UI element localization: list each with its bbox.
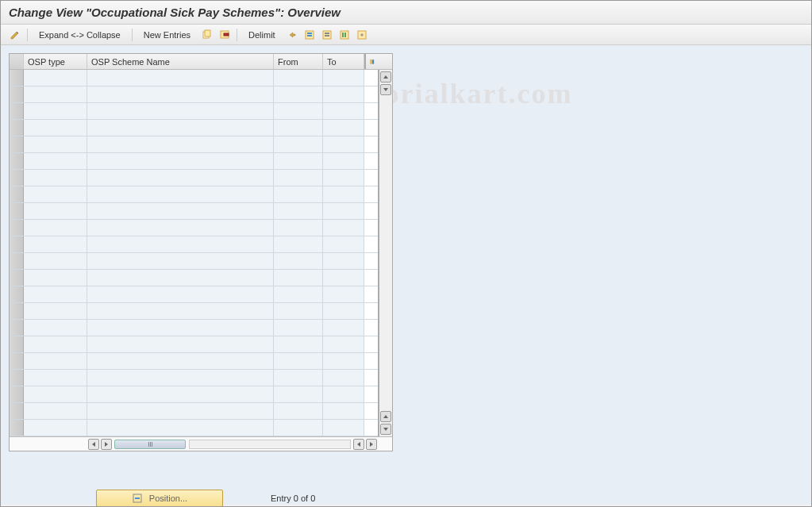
scroll-down-icon[interactable] bbox=[380, 84, 391, 95]
cell-to[interactable] bbox=[323, 403, 364, 419]
row-selector[interactable] bbox=[10, 353, 24, 369]
cell-to[interactable] bbox=[323, 203, 364, 219]
cell-to[interactable] bbox=[323, 286, 364, 302]
cell-from[interactable] bbox=[274, 403, 323, 419]
cell-osp-scheme-name[interactable] bbox=[87, 253, 274, 269]
cell-from[interactable] bbox=[274, 120, 323, 136]
cell-osp-scheme-name[interactable] bbox=[87, 370, 274, 386]
cell-osp-type[interactable] bbox=[24, 220, 87, 236]
cell-osp-type[interactable] bbox=[24, 70, 87, 86]
scroll-left-icon[interactable] bbox=[88, 439, 99, 450]
cell-osp-scheme-name[interactable] bbox=[87, 236, 274, 252]
row-selector[interactable] bbox=[10, 386, 24, 402]
cell-osp-type[interactable] bbox=[24, 170, 87, 186]
cell-to[interactable] bbox=[323, 120, 364, 136]
cell-to[interactable] bbox=[323, 86, 364, 102]
cell-osp-scheme-name[interactable] bbox=[87, 420, 274, 436]
cell-osp-type[interactable] bbox=[24, 286, 87, 302]
table-config-icon[interactable] bbox=[364, 54, 379, 69]
column-header-to[interactable]: To bbox=[323, 54, 364, 69]
cell-to[interactable] bbox=[323, 186, 364, 202]
row-selector[interactable] bbox=[10, 103, 24, 119]
row-selector[interactable] bbox=[10, 203, 24, 219]
cell-to[interactable] bbox=[323, 153, 364, 169]
cell-osp-scheme-name[interactable] bbox=[87, 203, 274, 219]
cell-osp-scheme-name[interactable] bbox=[87, 153, 274, 169]
cell-from[interactable] bbox=[274, 70, 323, 86]
cell-to[interactable] bbox=[323, 386, 364, 402]
cell-osp-type[interactable] bbox=[24, 336, 87, 352]
cell-osp-type[interactable] bbox=[24, 270, 87, 286]
cell-from[interactable] bbox=[274, 286, 323, 302]
scroll-right-icon[interactable] bbox=[101, 439, 112, 450]
cell-to[interactable] bbox=[323, 320, 364, 336]
cell-from[interactable] bbox=[274, 303, 323, 319]
cell-osp-type[interactable] bbox=[24, 303, 87, 319]
cell-to[interactable] bbox=[323, 236, 364, 252]
column-header-osp-type[interactable]: OSP type bbox=[24, 54, 87, 69]
cell-osp-type[interactable] bbox=[24, 103, 87, 119]
cell-osp-scheme-name[interactable] bbox=[87, 270, 274, 286]
cell-to[interactable] bbox=[323, 336, 364, 352]
column-header-from[interactable]: From bbox=[274, 54, 323, 69]
row-selector[interactable] bbox=[10, 420, 24, 436]
cell-from[interactable] bbox=[274, 153, 323, 169]
cell-to[interactable] bbox=[323, 420, 364, 436]
cell-from[interactable] bbox=[274, 236, 323, 252]
scroll-up-icon[interactable] bbox=[380, 71, 391, 83]
cell-to[interactable] bbox=[323, 370, 364, 386]
cell-osp-scheme-name[interactable] bbox=[87, 386, 274, 402]
row-selector[interactable] bbox=[10, 403, 24, 419]
cell-osp-type[interactable] bbox=[24, 136, 87, 152]
cell-to[interactable] bbox=[323, 220, 364, 236]
cell-osp-scheme-name[interactable] bbox=[87, 353, 274, 369]
cell-osp-scheme-name[interactable] bbox=[87, 103, 274, 119]
vertical-scrollbar[interactable] bbox=[378, 70, 392, 436]
scroll-left-icon[interactable] bbox=[353, 439, 364, 450]
deselect-all-icon[interactable] bbox=[319, 27, 335, 43]
cell-osp-type[interactable] bbox=[24, 236, 87, 252]
cell-to[interactable] bbox=[323, 353, 364, 369]
row-selector[interactable] bbox=[10, 153, 24, 169]
change-icon[interactable] bbox=[7, 27, 23, 43]
scroll-up-icon[interactable] bbox=[380, 411, 391, 422]
new-entries-button[interactable]: New Entries bbox=[137, 28, 198, 42]
cell-osp-scheme-name[interactable] bbox=[87, 170, 274, 186]
cell-from[interactable] bbox=[274, 220, 323, 236]
undo-icon[interactable] bbox=[284, 27, 300, 43]
row-selector[interactable] bbox=[10, 220, 24, 236]
scroll-track[interactable] bbox=[189, 440, 351, 449]
position-button[interactable]: Position... bbox=[96, 490, 223, 507]
delimit-button[interactable]: Delimit bbox=[241, 28, 283, 42]
cell-from[interactable] bbox=[274, 386, 323, 402]
row-selector[interactable] bbox=[10, 336, 24, 352]
cell-osp-type[interactable] bbox=[24, 186, 87, 202]
copy-icon[interactable] bbox=[199, 27, 215, 43]
row-selector[interactable] bbox=[10, 170, 24, 186]
delete-icon[interactable] bbox=[217, 27, 233, 43]
cell-osp-scheme-name[interactable] bbox=[87, 336, 274, 352]
row-selector[interactable] bbox=[10, 136, 24, 152]
cell-osp-type[interactable] bbox=[24, 370, 87, 386]
cell-from[interactable] bbox=[274, 86, 323, 102]
row-selector[interactable] bbox=[10, 286, 24, 302]
cell-osp-scheme-name[interactable] bbox=[87, 320, 274, 336]
cell-to[interactable] bbox=[323, 170, 364, 186]
row-selector[interactable] bbox=[10, 70, 24, 86]
cell-osp-scheme-name[interactable] bbox=[87, 70, 274, 86]
cell-from[interactable] bbox=[274, 320, 323, 336]
scroll-right-icon[interactable] bbox=[366, 439, 377, 450]
cell-from[interactable] bbox=[274, 353, 323, 369]
row-selector[interactable] bbox=[10, 253, 24, 269]
cell-osp-type[interactable] bbox=[24, 403, 87, 419]
scroll-down-icon[interactable] bbox=[380, 424, 391, 435]
cell-osp-scheme-name[interactable] bbox=[87, 120, 274, 136]
cell-from[interactable] bbox=[274, 336, 323, 352]
table-settings-icon[interactable] bbox=[337, 27, 352, 43]
cell-osp-type[interactable] bbox=[24, 253, 87, 269]
cell-from[interactable] bbox=[274, 270, 323, 286]
cell-osp-type[interactable] bbox=[24, 120, 87, 136]
cell-osp-type[interactable] bbox=[24, 353, 87, 369]
cell-to[interactable] bbox=[323, 303, 364, 319]
row-selector[interactable] bbox=[10, 186, 24, 202]
